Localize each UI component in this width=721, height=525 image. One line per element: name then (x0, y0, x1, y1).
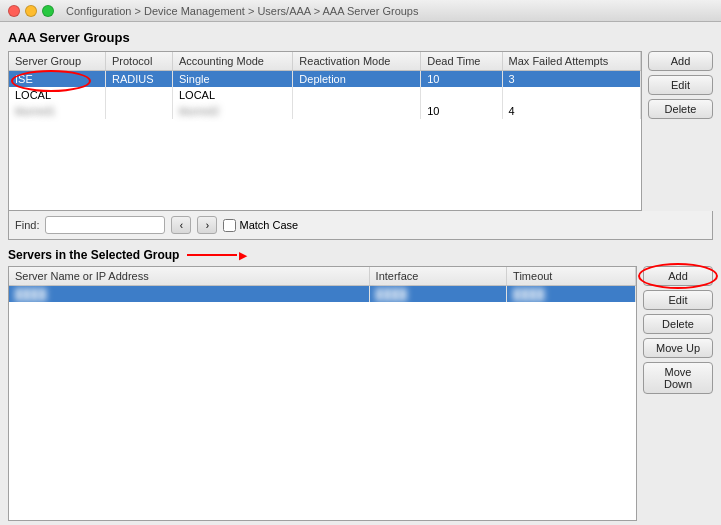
bottom-move-down-button[interactable]: Move Down (643, 362, 713, 394)
table-cell (105, 87, 172, 103)
table-cell: blurred2 (172, 103, 292, 119)
match-case-label[interactable]: Match Case (223, 219, 298, 232)
traffic-lights (8, 5, 54, 17)
bottom-button-group: Add Edit Delete Move Up Move Down (643, 266, 713, 521)
col-max-failed: Max Failed Attempts (502, 52, 640, 71)
main-content: AAA Server Groups Server Group Protocol … (0, 22, 721, 525)
top-section: Server Group Protocol Accounting Mode Re… (8, 51, 713, 211)
bottom-delete-button[interactable]: Delete (643, 314, 713, 334)
col-accounting-mode: Accounting Mode (172, 52, 292, 71)
top-button-group: Add Edit Delete (648, 51, 713, 211)
table-cell (502, 87, 640, 103)
table-cell: Single (172, 71, 292, 88)
table-row[interactable]: LOCALLOCAL (9, 87, 641, 103)
col-dead-time: Dead Time (421, 52, 502, 71)
minimize-button[interactable] (25, 5, 37, 17)
table-row[interactable]: ISERADIUSSingleDepletion103 (9, 71, 641, 88)
find-next-button[interactable]: › (197, 216, 217, 234)
table-cell (293, 87, 421, 103)
top-delete-button[interactable]: Delete (648, 99, 713, 119)
title-bar: Configuration > Device Management > User… (0, 0, 721, 22)
table-cell (105, 103, 172, 119)
bottom-edit-button[interactable]: Edit (643, 290, 713, 310)
bottom-move-up-button[interactable]: Move Up (643, 338, 713, 358)
aaa-server-groups-table-container: Server Group Protocol Accounting Mode Re… (8, 51, 642, 211)
bottom-section: Server Name or IP Address Interface Time… (8, 266, 713, 521)
match-case-checkbox[interactable] (223, 219, 236, 232)
servers-table: Server Name or IP Address Interface Time… (9, 267, 636, 302)
col-protocol: Protocol (105, 52, 172, 71)
table-cell: blurred1 (9, 103, 105, 119)
table-row[interactable]: blurred1blurred2104 (9, 103, 641, 119)
table-cell: LOCAL (172, 87, 292, 103)
breadcrumb: Configuration > Device Management > User… (66, 5, 419, 17)
table-cell: Depletion (293, 71, 421, 88)
find-label: Find: (15, 219, 39, 231)
table-cell (421, 87, 502, 103)
page-title: AAA Server Groups (8, 30, 713, 45)
table-cell: LOCAL (9, 87, 105, 103)
bottom-header-row: Server Name or IP Address Interface Time… (9, 267, 636, 286)
col-server-name: Server Name or IP Address (9, 267, 369, 286)
top-edit-button[interactable]: Edit (648, 75, 713, 95)
col-server-group: Server Group (9, 52, 105, 71)
table-row[interactable]: ████████████ (9, 286, 636, 303)
table-cell: ████ (369, 286, 506, 303)
table-cell: RADIUS (105, 71, 172, 88)
servers-table-container: Server Name or IP Address Interface Time… (8, 266, 637, 521)
top-add-button[interactable]: Add (648, 51, 713, 71)
col-interface: Interface (369, 267, 506, 286)
find-bar: Find: ‹ › Match Case (8, 211, 713, 240)
col-timeout: Timeout (507, 267, 636, 286)
close-button[interactable] (8, 5, 20, 17)
table-cell: 10 (421, 103, 502, 119)
table-cell: ████ (9, 286, 369, 303)
aaa-server-groups-table: Server Group Protocol Accounting Mode Re… (9, 52, 641, 119)
table-cell: ISE (9, 71, 105, 88)
table-cell: ████ (507, 286, 636, 303)
match-case-text: Match Case (239, 219, 298, 231)
table-header-row: Server Group Protocol Accounting Mode Re… (9, 52, 641, 71)
arrow-indicator (187, 248, 247, 262)
find-prev-button[interactable]: ‹ (171, 216, 191, 234)
table-cell (293, 103, 421, 119)
table-cell: 4 (502, 103, 640, 119)
col-reactivation-mode: Reactivation Mode (293, 52, 421, 71)
bottom-section-label: Servers in the Selected Group (8, 248, 713, 262)
bottom-add-button[interactable]: Add (643, 266, 713, 286)
find-input[interactable] (45, 216, 165, 234)
table-cell: 3 (502, 71, 640, 88)
maximize-button[interactable] (42, 5, 54, 17)
table-cell: 10 (421, 71, 502, 88)
